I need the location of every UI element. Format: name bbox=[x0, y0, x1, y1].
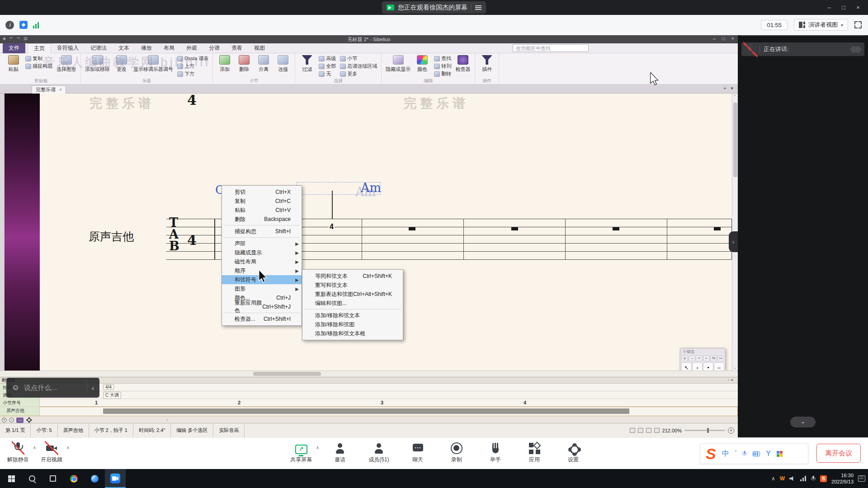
ribbon-item[interactable]: 分离 bbox=[256, 55, 271, 78]
wps-tray-icon[interactable]: W bbox=[780, 475, 785, 482]
ribbon-item[interactable]: 查找 bbox=[434, 55, 451, 62]
ribbon-tab[interactable]: 查看 bbox=[226, 43, 248, 53]
collapse-chat-icon[interactable]: ‹ bbox=[92, 384, 94, 392]
meeting-control[interactable]: 解除静音 ∧ bbox=[7, 441, 29, 464]
meeting-control[interactable]: 成员(51) bbox=[368, 441, 390, 464]
ime-toolbar[interactable]: S 中 ʼ Y bbox=[700, 443, 808, 464]
timeline-row-instrument[interactable]: 原声吉他 bbox=[0, 407, 738, 416]
scroll-up-icon[interactable]: ⌃ bbox=[733, 94, 736, 99]
timeline-settings-icon[interactable] bbox=[27, 418, 31, 422]
menu-item[interactable]: 粘贴 Ctrl+V bbox=[222, 206, 302, 215]
taskbar-clock[interactable]: 16:30 2022/9/13 bbox=[831, 472, 854, 485]
fit-width-icon[interactable]: ↔ bbox=[16, 418, 24, 423]
new-tab-icon[interactable]: + bbox=[723, 85, 726, 91]
fullscreen-icon[interactable] bbox=[854, 21, 862, 28]
menu-item[interactable]: 删除 Backspace bbox=[222, 215, 302, 224]
close-button[interactable]: × bbox=[851, 0, 865, 15]
ribbon-search-input[interactable]: 在功能区中查找 bbox=[513, 44, 589, 52]
ribbon-tab[interactable]: 布局 bbox=[158, 43, 180, 53]
start-button[interactable] bbox=[1, 469, 22, 488]
ribbon-item[interactable]: 颜色 bbox=[415, 55, 430, 78]
score-canvas[interactable]: 完整乐谱 完整乐谱 TAB 44 原声吉他 4 Am Am C 剪切 bbox=[0, 94, 738, 371]
ribbon-item[interactable]: 上方 bbox=[177, 62, 208, 70]
action-center-icon[interactable] bbox=[858, 475, 865, 482]
meeting-control[interactable]: 举手 bbox=[485, 441, 506, 464]
meeting-control[interactable]: 开启视频 ∧ bbox=[41, 441, 62, 464]
keypad-button[interactable]: • bbox=[703, 362, 713, 371]
scroll-down-icon[interactable]: ⌄ bbox=[733, 366, 736, 370]
ribbon-item[interactable]: 添加或移除 bbox=[85, 55, 110, 78]
ribbon-tab[interactable]: 音符输入 bbox=[51, 43, 85, 53]
submenu-item[interactable]: 添加/移除和弦文本 bbox=[302, 311, 403, 320]
task-view-button[interactable] bbox=[42, 469, 63, 488]
close-tab-icon[interactable]: × bbox=[59, 87, 62, 92]
keypad-button[interactable]: ‒ bbox=[714, 362, 724, 371]
sogou-logo[interactable]: S bbox=[706, 445, 716, 463]
ribbon-item[interactable]: 检查器 bbox=[455, 55, 471, 78]
ribbon-item[interactable]: 删除 bbox=[236, 55, 252, 78]
view-mode-2-icon[interactable] bbox=[638, 428, 643, 433]
sidebar-collapse-handle[interactable]: › bbox=[729, 231, 738, 252]
banner-menu-icon[interactable] bbox=[475, 5, 481, 10]
menu-item[interactable] bbox=[224, 237, 300, 238]
ribbon-item[interactable]: 转到 bbox=[434, 62, 451, 70]
submenu-item[interactable]: 添加/移除和弦图 bbox=[302, 320, 403, 329]
emoji-icon[interactable]: ☺ bbox=[12, 383, 19, 392]
keypad-layout-tab[interactable]: ‒ bbox=[689, 355, 695, 361]
menu-item[interactable]: 复制 Ctrl+C bbox=[222, 197, 302, 206]
ribbon-item[interactable]: 过滤 bbox=[299, 55, 315, 78]
menu-item[interactable]: 重新应用颜色 Ctrl+Shift+J bbox=[222, 302, 302, 311]
ribbon-item[interactable]: 更多 bbox=[340, 70, 377, 78]
submenu-item[interactable]: 重写和弦文本 bbox=[302, 281, 403, 290]
tray-expand-icon[interactable]: ∧ bbox=[771, 475, 775, 482]
keypad-layout-tab[interactable]: ⌢ bbox=[703, 355, 710, 361]
timesig-chip[interactable]: 4/4 bbox=[103, 384, 114, 390]
ribbon-item[interactable]: 小节 bbox=[340, 55, 377, 62]
ribbon-item[interactable]: 插件 bbox=[479, 55, 495, 78]
menu-item[interactable]: 图形 ▶ bbox=[222, 284, 302, 293]
horizontal-scrollbar[interactable] bbox=[0, 371, 738, 377]
undo-icon[interactable]: ↶ bbox=[9, 36, 13, 41]
search-button[interactable] bbox=[22, 469, 42, 488]
submenu-item[interactable]: 编辑和弦图... bbox=[302, 299, 403, 308]
participant-tile[interactable] bbox=[741, 35, 865, 36]
fret-number[interactable]: 4 bbox=[329, 223, 335, 231]
sib-restore-button[interactable]: □ bbox=[722, 36, 725, 41]
menu-item[interactable]: 剪切 Ctrl+X bbox=[222, 188, 302, 197]
ime-lang-toggle[interactable]: 中 bbox=[722, 449, 729, 459]
scrollbar-thumb[interactable] bbox=[733, 103, 737, 177]
ime-mic-icon[interactable] bbox=[742, 451, 747, 457]
maximize-button[interactable]: □ bbox=[836, 0, 851, 15]
keypad-layout-tab[interactable]: ♭♭ bbox=[717, 355, 724, 361]
ribbon-tab[interactable]: 播放 bbox=[135, 43, 158, 53]
scroll-left-icon[interactable]: ‹ bbox=[166, 418, 168, 422]
ribbon-tab[interactable]: 分谱 bbox=[203, 43, 226, 53]
ribbon-item[interactable]: 更改 bbox=[114, 55, 129, 78]
menu-item[interactable]: 捕捉构思 Shift+I bbox=[222, 227, 302, 236]
scroll-more-participants-button[interactable]: ⌄ bbox=[790, 417, 816, 427]
network-quality-icon[interactable] bbox=[33, 22, 40, 28]
timeline-popout-icon[interactable]: ▫ bbox=[728, 378, 731, 382]
ime-pen-icon[interactable]: ʼ bbox=[735, 450, 737, 458]
ribbon-item[interactable]: 高级 bbox=[319, 55, 336, 62]
leave-meeting-button[interactable]: 离开会议 bbox=[816, 444, 861, 463]
ribbon-item[interactable]: 连接 bbox=[275, 55, 291, 78]
chat-input-placeholder[interactable]: 说点什么... bbox=[24, 384, 57, 392]
ribbon-tab[interactable]: 文本 bbox=[113, 43, 135, 53]
meeting-control[interactable]: 设置 bbox=[562, 441, 584, 464]
menu-item[interactable]: 磁性布局 ▶ bbox=[222, 257, 302, 266]
submenu-item[interactable]: 添加/移除和弦文本根 bbox=[302, 329, 403, 338]
keypad-layout-tab[interactable]: % bbox=[710, 355, 717, 361]
tab-list-icon[interactable]: ▾ bbox=[731, 85, 733, 91]
ribbon-item[interactable]: 添加 bbox=[217, 55, 232, 78]
minimize-button[interactable]: – bbox=[822, 0, 836, 15]
chrome-icon[interactable] bbox=[63, 469, 84, 488]
timeline-instrument-bar[interactable] bbox=[103, 408, 629, 414]
keypad-button[interactable]: ↖ bbox=[681, 362, 692, 371]
ribbon-tab[interactable]: 视图 bbox=[248, 43, 271, 53]
ribbon-item[interactable]: 总谱连续区域 bbox=[340, 62, 377, 70]
meeting-control[interactable]: 邀请 bbox=[329, 441, 351, 464]
chevron-up-icon[interactable]: ∧ bbox=[66, 445, 70, 450]
key-chip[interactable]: C 大调 bbox=[103, 392, 121, 399]
ribbon-item[interactable]: 选择图形 bbox=[57, 55, 76, 78]
